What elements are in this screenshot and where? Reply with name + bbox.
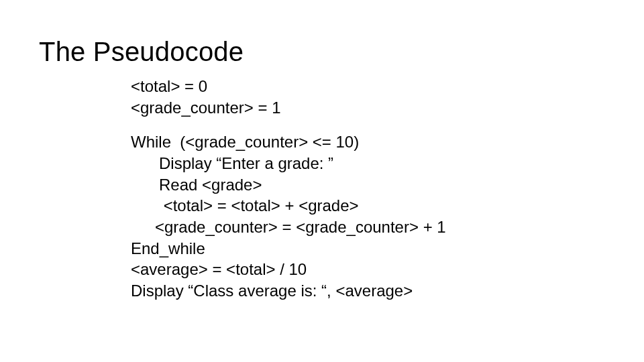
code-line: <total> = <total> + <grade>: [131, 195, 446, 217]
code-line: End_while: [131, 238, 446, 259]
code-line: <average> = <total> / 10: [131, 259, 446, 280]
code-line: Display “Enter a grade: ”: [131, 153, 446, 174]
slide-title: The Pseudocode: [39, 37, 244, 67]
slide-body: <total> = 0 <grade_counter> = 1 While (<…: [131, 76, 446, 302]
code-line: <grade_counter> = <grade_counter> + 1: [131, 217, 446, 238]
code-line: <total> = 0: [131, 76, 446, 97]
code-line: While (<grade_counter> <= 10): [131, 131, 446, 153]
blank-line: [131, 118, 446, 131]
code-line: <grade_counter> = 1: [131, 97, 446, 119]
code-line: Read <grade>: [131, 174, 446, 196]
code-line: Display “Class average is: “, <average>: [131, 280, 446, 302]
slide: The Pseudocode <total> = 0 <grade_counte…: [0, 0, 644, 362]
